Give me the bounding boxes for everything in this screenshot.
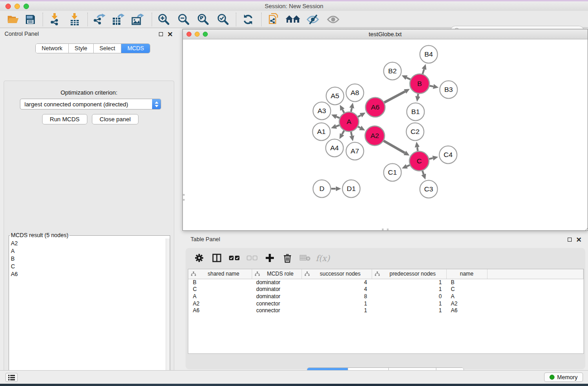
run-mcds-button[interactable]: Run MCDS bbox=[42, 114, 87, 124]
table-row[interactable]: Adominator80A bbox=[188, 293, 583, 300]
graph-edge-C-C4[interactable] bbox=[429, 158, 433, 159]
show-selected-eye-icon[interactable] bbox=[325, 13, 341, 26]
network-canvas[interactable]: B4B2BB3A5A8A6A3B1AA1C2A2A4A7C4CC1C3DD1 bbox=[183, 39, 588, 230]
zoom-selected-icon[interactable] bbox=[215, 13, 231, 26]
graph-edge-A-A6[interactable] bbox=[358, 115, 361, 117]
tab-style[interactable]: Style bbox=[69, 44, 94, 53]
close-panel-icon[interactable]: ✕ bbox=[167, 32, 173, 36]
graph-node-B3[interactable]: B3 bbox=[440, 81, 458, 99]
graph-edge-B-B4[interactable] bbox=[423, 69, 424, 74]
hide-selected-eye-icon[interactable] bbox=[305, 13, 320, 26]
tab-mcds[interactable]: MCDS bbox=[121, 44, 150, 53]
clone-network-icon[interactable] bbox=[266, 13, 282, 26]
refresh-view-icon[interactable] bbox=[240, 13, 256, 26]
tab-network[interactable]: Network bbox=[36, 44, 69, 53]
deselect-all-columns-icon[interactable] bbox=[247, 253, 258, 263]
graph-node-A6[interactable]: A6 bbox=[366, 98, 385, 117]
graph-node-C[interactable]: C bbox=[410, 152, 429, 171]
mcds-result-item[interactable]: B bbox=[9, 255, 170, 262]
table-row[interactable]: A2connector11A2 bbox=[188, 300, 583, 307]
zoom-fit-icon[interactable] bbox=[196, 13, 211, 26]
tab-select[interactable]: Select bbox=[94, 44, 122, 53]
table-row[interactable]: A6connector11A6 bbox=[188, 307, 583, 314]
table-cell: 4 bbox=[301, 286, 372, 293]
graph-edge-B-B3[interactable] bbox=[430, 86, 433, 86]
column-header-mcds-role[interactable]: MCDS role bbox=[252, 269, 301, 279]
export-network-icon[interactable] bbox=[91, 13, 107, 26]
graph-edge-A2-C[interactable] bbox=[384, 141, 405, 153]
table-settings-gear-icon[interactable] bbox=[194, 253, 205, 263]
table-row[interactable]: Bdominator41B bbox=[188, 279, 583, 286]
zoom-in-icon[interactable] bbox=[156, 13, 172, 26]
graph-node-A3[interactable]: A3 bbox=[313, 102, 331, 120]
close-table-panel-icon[interactable]: ✕ bbox=[576, 238, 582, 242]
graph-node-A5[interactable]: A5 bbox=[326, 87, 344, 105]
table-cell: A6 bbox=[446, 307, 487, 314]
export-image-icon[interactable] bbox=[130, 13, 145, 26]
home-layouts-icon[interactable] bbox=[285, 13, 301, 26]
window-left-gripper[interactable] bbox=[182, 194, 185, 200]
graph-node-C3[interactable]: C3 bbox=[420, 181, 438, 198]
memory-button[interactable]: Memory bbox=[544, 372, 583, 382]
float-table-panel-icon[interactable] bbox=[568, 238, 572, 242]
graph-edge-C-C3[interactable] bbox=[422, 171, 424, 174]
mcds-result-item[interactable]: A2 bbox=[9, 239, 170, 247]
mcds-result-item[interactable]: C bbox=[9, 262, 170, 270]
graph-edge-A-A1[interactable] bbox=[336, 125, 339, 127]
graph-edge-A-A7[interactable] bbox=[351, 132, 352, 136]
graph-node-D[interactable]: D bbox=[313, 180, 331, 198]
graph-node-A4[interactable]: A4 bbox=[326, 139, 344, 157]
task-history-list-icon[interactable] bbox=[5, 373, 18, 382]
graph-edge-A-A4[interactable] bbox=[342, 131, 344, 134]
select-all-columns-icon[interactable] bbox=[229, 253, 240, 263]
graph-edge-B-B1[interactable] bbox=[418, 94, 418, 96]
graph-edge-A-A8[interactable] bbox=[351, 108, 352, 112]
import-network-icon[interactable] bbox=[47, 13, 62, 26]
window-bottom-gripper[interactable] bbox=[382, 229, 388, 231]
graph-node-C2[interactable]: C2 bbox=[406, 123, 424, 141]
float-panel-icon[interactable] bbox=[159, 32, 163, 36]
network-graph[interactable]: B4B2BB3A5A8A6A3B1AA1C2A2A4A7C4CC1C3DD1 bbox=[183, 39, 588, 230]
network-window-titlebar[interactable]: testGlobe.txt bbox=[183, 29, 588, 39]
app-titlebar[interactable]: Session: New Session bbox=[0, 1, 588, 11]
close-panel-button[interactable]: Close panel bbox=[92, 114, 139, 124]
mcds-result-scrollbar[interactable] bbox=[166, 238, 170, 384]
mcds-result-item[interactable]: A bbox=[9, 247, 170, 255]
graph-edge-A6-B[interactable] bbox=[384, 91, 405, 102]
column-header-successor-nodes[interactable]: successor nodes bbox=[301, 269, 372, 279]
graph-node-A7[interactable]: A7 bbox=[346, 143, 364, 160]
graph-node-B2[interactable]: B2 bbox=[384, 62, 402, 80]
column-header-shared-name[interactable]: shared name bbox=[188, 269, 252, 279]
graph-node-B4[interactable]: B4 bbox=[420, 46, 438, 63]
delete-column-trash-icon[interactable] bbox=[282, 253, 293, 263]
graph-node-C1[interactable]: C1 bbox=[384, 164, 402, 181]
graph-edge-A-A2[interactable] bbox=[358, 127, 360, 128]
column-layout-icon[interactable] bbox=[211, 253, 222, 263]
import-table-icon[interactable] bbox=[67, 13, 82, 26]
graph-node-C4[interactable]: C4 bbox=[440, 146, 457, 164]
column-header-predecessor-nodes[interactable]: predecessor nodes bbox=[372, 269, 446, 279]
save-session-icon[interactable] bbox=[23, 13, 38, 26]
column-header-name[interactable]: name bbox=[446, 269, 487, 279]
graph-edge-A-A3[interactable] bbox=[336, 117, 339, 118]
export-table-icon[interactable] bbox=[110, 13, 126, 26]
graph-node-D1[interactable]: D1 bbox=[343, 180, 360, 198]
graph-edge-C-C1[interactable] bbox=[407, 165, 410, 167]
graph-edge-C-C2[interactable] bbox=[417, 147, 418, 151]
graph-node-B1[interactable]: B1 bbox=[407, 103, 425, 121]
graph-node-A1[interactable]: A1 bbox=[313, 123, 330, 141]
graph-node-B[interactable]: B bbox=[410, 74, 430, 94]
add-column-icon[interactable] bbox=[264, 253, 275, 263]
graph-edge-A-A5[interactable] bbox=[342, 110, 344, 113]
zoom-out-icon[interactable] bbox=[176, 13, 191, 26]
open-session-icon[interactable] bbox=[5, 13, 21, 26]
graph-node-A2[interactable]: A2 bbox=[365, 126, 385, 146]
window-resize-handle[interactable] bbox=[580, 223, 588, 230]
graph-node-A[interactable]: A bbox=[339, 112, 359, 132]
graph-node-A8[interactable]: A8 bbox=[346, 84, 364, 102]
mcds-result-item[interactable]: A6 bbox=[9, 270, 170, 278]
criterion-dropdown[interactable]: largest connected component (directed) bbox=[20, 99, 161, 110]
svg-text:D: D bbox=[319, 185, 324, 192]
graph-edge-B-B2[interactable] bbox=[406, 78, 410, 80]
table-row[interactable]: Cdominator41C bbox=[188, 286, 583, 293]
